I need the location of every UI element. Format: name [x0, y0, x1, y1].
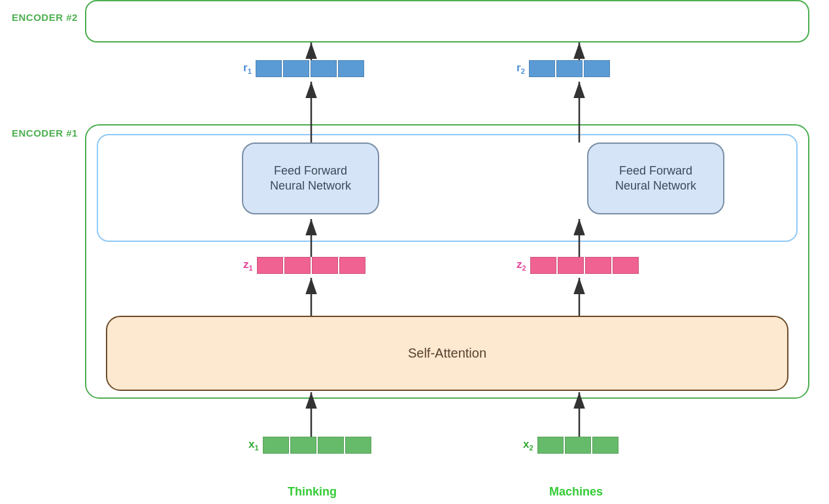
x1-block3 [318, 437, 344, 454]
r1-vector-row: r1 [243, 60, 365, 77]
r1-block4 [338, 60, 364, 77]
r1-block2 [283, 60, 309, 77]
z2-block4 [613, 257, 639, 274]
encoder2-box [85, 0, 809, 42]
main-container: ENCODER #2 ENCODER #1 Feed ForwardNeural… [0, 0, 829, 504]
ffnn-box-left: Feed ForwardNeural Network [242, 143, 379, 214]
ffnn-box-right: Feed ForwardNeural Network [587, 143, 724, 214]
self-attention-box: Self-Attention [106, 316, 788, 391]
z1-block1 [257, 257, 283, 274]
x2-block1 [537, 437, 564, 454]
x1-vector-row: x1 [248, 437, 373, 454]
z2-block2 [558, 257, 584, 274]
x1-label: x1 [248, 438, 259, 452]
z2-label: z2 [516, 258, 526, 272]
thinking-word-label: Thinking [288, 485, 337, 499]
r2-label: r2 [516, 61, 525, 75]
x1-block4 [345, 437, 371, 454]
z2-block1 [530, 257, 556, 274]
r1-label: r1 [243, 61, 252, 75]
z1-block4 [339, 257, 365, 274]
machines-word-label: Machines [549, 485, 603, 499]
self-attention-label: Self-Attention [408, 346, 486, 361]
r2-block3 [584, 60, 610, 77]
x2-vector-row: x2 [523, 437, 620, 454]
encoder1-label: ENCODER #1 [12, 127, 78, 139]
z1-label: z1 [243, 258, 253, 272]
encoder2-label: ENCODER #2 [12, 12, 78, 23]
z2-vector-row: z2 [516, 257, 640, 274]
r1-block1 [256, 60, 282, 77]
z1-block3 [312, 257, 338, 274]
r2-block1 [529, 60, 555, 77]
x1-block1 [263, 437, 289, 454]
z2-block3 [585, 257, 611, 274]
x2-label: x2 [523, 438, 533, 452]
r2-vector-row: r2 [516, 60, 611, 77]
x1-block2 [290, 437, 316, 454]
r1-block3 [311, 60, 337, 77]
r2-block2 [556, 60, 583, 77]
z1-block2 [284, 257, 311, 274]
x2-block3 [592, 437, 618, 454]
z1-vector-row: z1 [243, 257, 367, 274]
x2-block2 [565, 437, 591, 454]
